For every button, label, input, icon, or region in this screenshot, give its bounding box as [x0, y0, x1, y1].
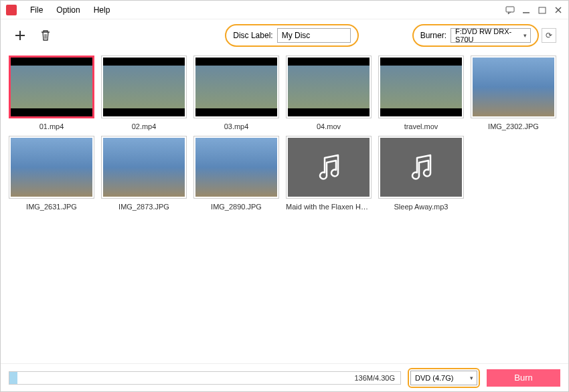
thumbnail[interactable]: [9, 56, 94, 118]
gallery-item[interactable]: 03.mp4: [192, 56, 280, 130]
thumbnail[interactable]: [193, 136, 279, 199]
gallery-item[interactable]: IMG_2890.JPG: [192, 136, 280, 211]
burner-group: Burner: F:DVD RW DRX-S70U: [412, 24, 539, 47]
item-label: 04.mov: [317, 122, 341, 130]
audio-thumbnail: [380, 138, 462, 197]
video-thumbnail: [288, 58, 370, 116]
photo-thumbnail: [103, 138, 185, 197]
item-label: IMG_2631.JPG: [26, 203, 77, 211]
thumbnail[interactable]: [378, 56, 464, 118]
video-thumbnail: [11, 58, 92, 116]
item-label: 01.mp4: [39, 122, 64, 130]
item-label: travel.mov: [404, 122, 438, 130]
photo-thumbnail: [195, 138, 277, 197]
thumbnail[interactable]: [9, 136, 94, 199]
thumbnail[interactable]: [471, 56, 556, 118]
close-icon[interactable]: [554, 5, 563, 15]
photo-thumbnail: [11, 138, 92, 197]
gallery-item[interactable]: 04.mov: [284, 56, 373, 130]
refresh-button[interactable]: ⟳: [542, 28, 556, 43]
capacity-bar: 136M/4.30G: [9, 371, 401, 385]
video-thumbnail: [380, 58, 462, 116]
item-label: IMG_2890.JPG: [211, 203, 262, 211]
thumbnail[interactable]: [286, 56, 372, 118]
gallery-item[interactable]: IMG_2631.JPG: [7, 136, 96, 211]
thumbnail[interactable]: [286, 136, 372, 199]
minimize-icon[interactable]: [521, 5, 531, 15]
thumbnail[interactable]: [378, 136, 464, 199]
menu-help[interactable]: Help: [87, 5, 117, 15]
capacity-fill: [9, 372, 17, 384]
gallery-item[interactable]: Sleep Away.mp3: [377, 136, 465, 211]
video-thumbnail: [103, 58, 185, 116]
audio-thumbnail: [288, 138, 370, 197]
burner-dropdown[interactable]: F:DVD RW DRX-S70U: [451, 28, 531, 43]
item-label: 02.mp4: [132, 122, 157, 130]
thumbnail[interactable]: [101, 56, 187, 118]
gallery: 01.mp402.mp403.mp404.movtravel.movIMG_23…: [1, 52, 568, 363]
disc-label-text: Disc Label:: [233, 31, 272, 40]
burn-button[interactable]: Burn: [487, 369, 560, 387]
capacity-text: 136M/4.30G: [354, 374, 395, 382]
disc-label-input[interactable]: [277, 28, 351, 43]
thumbnail[interactable]: [193, 56, 279, 118]
gallery-item[interactable]: 01.mp4: [7, 56, 96, 130]
menu-option[interactable]: Option: [50, 5, 86, 15]
gallery-item[interactable]: IMG_2873.JPG: [100, 136, 188, 211]
item-label: 03.mp4: [224, 122, 249, 130]
disc-label-group: Disc Label:: [225, 24, 358, 47]
app-icon: [6, 5, 17, 15]
video-thumbnail: [195, 58, 277, 116]
gallery-item[interactable]: IMG_2302.JPG: [469, 56, 558, 130]
gallery-item[interactable]: 02.mp4: [100, 56, 188, 130]
item-label: Sleep Away.mp3: [394, 203, 449, 211]
feedback-icon[interactable]: [505, 5, 515, 15]
gallery-item[interactable]: travel.mov: [377, 56, 465, 130]
add-button[interactable]: [13, 28, 27, 43]
item-label: IMG_2302.JPG: [488, 122, 539, 130]
menu-file[interactable]: File: [23, 5, 50, 15]
disc-type-dropdown[interactable]: DVD (4.7G): [410, 371, 477, 385]
item-label: Maid with the Flaxen Hair.mp3: [286, 203, 372, 211]
burner-text: Burner:: [420, 31, 446, 40]
gallery-item[interactable]: Maid with the Flaxen Hair.mp3: [284, 136, 373, 211]
photo-thumbnail: [473, 58, 554, 116]
delete-button[interactable]: [38, 28, 53, 43]
maximize-icon[interactable]: [538, 5, 547, 15]
svg-rect-0: [506, 7, 514, 12]
thumbnail[interactable]: [101, 136, 187, 199]
svg-rect-2: [539, 7, 546, 13]
item-label: IMG_2873.JPG: [118, 203, 169, 211]
